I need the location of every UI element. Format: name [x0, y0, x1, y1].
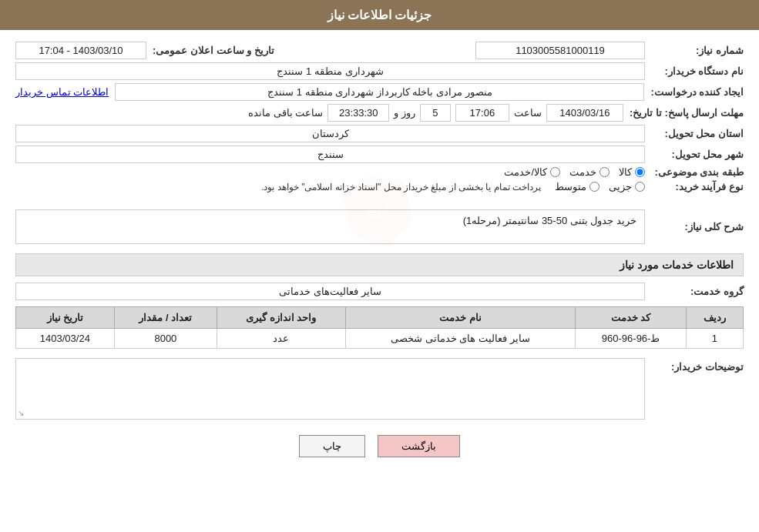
- need-desc-row: شرح کلی نیاز: خرید جدول بتنی 50-35 سانتی…: [15, 209, 744, 244]
- table-header-row: ردیف کد خدمت نام خدمت واحد اندازه گیری ت…: [16, 307, 744, 329]
- buyer-desc-row: توضیحات خریدار: ↘: [15, 358, 744, 420]
- category-row: طبقه بندی موضوعی: کالا خدمت کالا/خدمت: [15, 166, 744, 178]
- city-row: شهر محل تحویل: سنندج: [15, 146, 744, 163]
- category-kala-label: کالا: [619, 166, 632, 178]
- buyer-desc-box: ↘: [15, 358, 645, 420]
- col-quantity: تعداد / مقدار: [114, 307, 217, 329]
- category-khedmat-label: خدمت: [569, 166, 596, 178]
- announce-date-label: تاریخ و ساعت اعلان عمومی:: [153, 45, 274, 56]
- province-row: استان محل تحویل: کردستان: [15, 125, 744, 142]
- response-days: 5: [420, 104, 451, 122]
- category-kala-khedmat-label: کالا/خدمت: [504, 166, 547, 178]
- purchase-note: پرداخت تمام یا بخشی از مبلغ خریداز محل "…: [261, 182, 541, 192]
- cell-name-0: سایر فعالیت های خدماتی شخصی: [345, 329, 576, 349]
- buyer-org-label: نام دستگاه خریدار:: [651, 65, 744, 77]
- city-value: سنندج: [15, 146, 645, 163]
- category-option-kala-khedmat: کالا/خدمت: [504, 166, 560, 178]
- service-group-row: گروه خدمت: سایر فعالیت‌های خدماتی: [15, 283, 744, 300]
- category-radio-kala-khedmat[interactable]: [550, 167, 560, 177]
- response-days-label: روز و: [394, 107, 415, 119]
- table-row: 1 ط-96-96-960 سایر فعالیت های خدماتی شخص…: [16, 329, 744, 349]
- province-label: استان محل تحویل:: [651, 128, 744, 139]
- requester-value: منصور مرادی باخله کاربرداز شهرداری منطقه…: [115, 83, 644, 101]
- buyer-org-row: نام دستگاه خریدار: شهرداری منطقه 1 سنندج: [15, 62, 744, 80]
- print-button[interactable]: چاپ: [299, 435, 365, 457]
- need-number-value: 1103005581000119: [475, 42, 645, 59]
- need-desc-label: شرح کلی نیاز:: [651, 221, 744, 233]
- cell-quantity-0: 8000: [114, 329, 217, 349]
- services-table: ردیف کد خدمت نام خدمت واحد اندازه گیری ت…: [15, 306, 744, 349]
- requester-row: ایجاد کننده درخواست: منصور مرادی باخله ک…: [15, 83, 744, 101]
- cell-code-0: ط-96-96-960: [576, 329, 686, 349]
- category-radio-kala[interactable]: [635, 167, 645, 177]
- purchase-jozi-label: جزیی: [609, 181, 632, 192]
- category-option-kala: کالا: [619, 166, 645, 178]
- category-radio-group: کالا خدمت کالا/خدمت: [504, 166, 645, 178]
- need-number-row: شماره نیاز: 1103005581000119 تاریخ و ساع…: [15, 42, 744, 59]
- purchase-type-label: نوع فرآیند خرید:: [651, 181, 744, 192]
- response-date: 1403/03/16: [546, 104, 623, 122]
- purchase-radio-motavasset[interactable]: [589, 182, 599, 192]
- announce-date-value: 1403/03/10 - 17:04: [15, 42, 146, 59]
- page-title: جزئیات اطلاعات نیاز: [327, 8, 432, 22]
- purchase-motavasset-label: متوسط: [555, 181, 586, 192]
- services-section-title: اطلاعات خدمات مورد نیاز: [15, 253, 744, 276]
- requester-label: ایجاد کننده درخواست:: [650, 86, 744, 98]
- service-group-label: گروه خدمت:: [651, 286, 744, 297]
- purchase-radio-jozi[interactable]: [635, 182, 645, 192]
- service-group-value: سایر فعالیت‌های خدماتی: [15, 283, 645, 300]
- province-value: کردستان: [15, 125, 645, 142]
- city-label: شهر محل تحویل:: [651, 149, 744, 160]
- back-button[interactable]: بازگشت: [378, 435, 460, 457]
- category-option-khedmat: خدمت: [569, 166, 610, 178]
- purchase-type-radio-group: جزیی متوسط: [555, 181, 645, 192]
- resize-icon: ↘: [18, 409, 24, 417]
- contact-link[interactable]: اطلاعات تماس خریدار: [15, 86, 109, 98]
- cell-date-0: 1403/03/24: [16, 329, 115, 349]
- purchase-type-row: نوع فرآیند خرید: جزیی متوسط پرداخت تمام …: [15, 181, 744, 192]
- buyer-org-value: شهرداری منطقه 1 سنندج: [15, 62, 645, 80]
- response-remain: 23:33:30: [327, 104, 389, 122]
- col-date: تاریخ نیاز: [16, 307, 115, 329]
- col-name: نام خدمت: [345, 307, 576, 329]
- response-remain-label: ساعت باقی مانده: [248, 107, 323, 119]
- col-row: ردیف: [686, 307, 743, 329]
- need-number-label: شماره نیاز:: [651, 45, 744, 56]
- response-deadline-row: مهلت ارسال پاسخ: تا تاریخ: 1403/03/16 سا…: [15, 104, 744, 122]
- col-code: کد خدمت: [576, 307, 686, 329]
- response-time-label: ساعت: [514, 107, 542, 119]
- buyer-desc-label: توضیحات خریدار:: [651, 358, 744, 373]
- response-time: 17:06: [455, 104, 509, 122]
- purchase-type-motavasset: متوسط: [555, 181, 599, 192]
- response-deadline-label: مهلت ارسال پاسخ: تا تاریخ:: [630, 107, 744, 119]
- cell-unit-0: عدد: [217, 329, 346, 349]
- category-radio-khedmat[interactable]: [599, 167, 610, 177]
- page-header: جزئیات اطلاعات نیاز: [0, 0, 759, 30]
- purchase-type-jozi: جزیی: [609, 181, 645, 192]
- cell-row-0: 1: [686, 329, 743, 349]
- col-unit: واحد اندازه گیری: [217, 307, 346, 329]
- need-desc-value: خرید جدول بتنی 50-35 سانتیمتر (مرحله1): [15, 209, 645, 244]
- category-label: طبقه بندی موضوعی:: [651, 166, 744, 178]
- buttons-row: بازگشت چاپ: [15, 435, 744, 457]
